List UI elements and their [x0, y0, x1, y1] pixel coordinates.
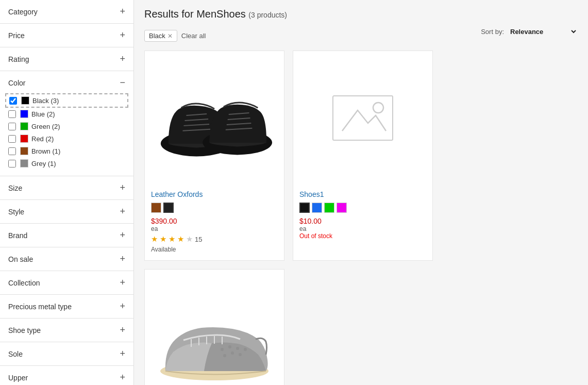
- product-swatch-2-blue[interactable]: [312, 203, 322, 213]
- color-checkbox-blue[interactable]: [8, 110, 16, 118]
- filter-color-header[interactable]: Color −: [8, 77, 125, 88]
- filter-rating-header[interactable]: Rating +: [8, 54, 125, 64]
- product-image-2: [293, 51, 432, 185]
- color-option-grey: Grey (1): [8, 157, 125, 170]
- color-checkbox-brown[interactable]: [8, 147, 16, 155]
- color-swatch-green: [20, 122, 28, 130]
- product-swatch-2-black[interactable]: [299, 203, 310, 213]
- filter-category-header[interactable]: Category +: [8, 6, 125, 17]
- filter-shoe-type: Shoe type +: [0, 319, 133, 342]
- active-filters-row: Black ✕ Clear all Sort by: Relevance Pri…: [144, 27, 578, 44]
- color-label-brown[interactable]: Brown (1): [31, 147, 60, 155]
- filter-upper-header[interactable]: Upper +: [8, 372, 125, 383]
- svg-point-13: [221, 348, 224, 351]
- remove-filter-black-icon[interactable]: ✕: [167, 32, 173, 40]
- color-checkbox-grey[interactable]: [8, 160, 16, 168]
- color-label-black[interactable]: Black (3): [32, 97, 59, 105]
- color-label-green[interactable]: Green (2): [31, 123, 60, 130]
- star-1-3: ★: [169, 235, 175, 244]
- filter-price-header[interactable]: Price +: [8, 30, 125, 41]
- product-info-2: Shoes1 $10.00 ea Out of stock: [293, 185, 432, 247]
- filter-brand-header[interactable]: Brand +: [8, 230, 125, 241]
- filter-on-sale-label: On sale: [8, 255, 33, 263]
- product-image-3: [145, 270, 284, 385]
- product-info-1: Leather Oxfords $390.00 ea ★ ★ ★ ★ ★ 15 …: [145, 185, 284, 260]
- filter-sole: Sole +: [0, 342, 133, 366]
- product-image-1: [145, 51, 284, 185]
- color-swatch-blue: [20, 110, 28, 118]
- star-1-2: ★: [160, 235, 166, 244]
- product-name-2[interactable]: Shoes1: [299, 190, 426, 198]
- active-filter-black[interactable]: Black ✕: [144, 30, 177, 42]
- product-card-1: Leather Oxfords $390.00 ea ★ ★ ★ ★ ★ 15 …: [144, 51, 284, 261]
- color-checkbox-green[interactable]: [8, 123, 16, 130]
- brand-expand-icon: +: [120, 230, 125, 241]
- product-swatches-1: [151, 203, 278, 213]
- size-expand-icon: +: [120, 182, 125, 193]
- main-content: Results for MenShoes (3 products) Black …: [134, 0, 588, 385]
- color-label-red[interactable]: Red (2): [31, 135, 54, 143]
- price-expand-icon: +: [120, 30, 125, 41]
- star-1-4: ★: [177, 235, 184, 244]
- product-swatch-2-green[interactable]: [324, 203, 334, 213]
- shoe-image-svg-3: [155, 288, 274, 385]
- product-card-2: Shoes1 $10.00 ea Out of stock: [293, 51, 433, 261]
- rating-expand-icon: +: [120, 54, 125, 64]
- svg-point-15: [236, 347, 239, 350]
- product-swatch-1-black[interactable]: [163, 203, 174, 213]
- filter-color-label: Color: [8, 79, 25, 87]
- filter-category-label: Category: [8, 8, 38, 16]
- placeholder-svg-2: [332, 95, 394, 141]
- product-count: (3 products): [248, 11, 287, 19]
- clear-all-button[interactable]: Clear all: [181, 32, 206, 40]
- color-checkbox-black[interactable]: [9, 97, 17, 105]
- star-1-1: ★: [151, 235, 158, 244]
- color-label-grey[interactable]: Grey (1): [31, 160, 56, 168]
- product-name-1[interactable]: Leather Oxfords: [151, 190, 278, 198]
- product-unit-1: ea: [151, 225, 278, 232]
- color-option-blue: Blue (2): [8, 108, 125, 120]
- shoe-image-svg-1: [153, 66, 276, 170]
- filter-precious-metal-header[interactable]: Precious metal type +: [8, 301, 125, 312]
- sidebar: Category + Price + Rating + Color − Blac…: [0, 0, 134, 385]
- product-swatch-1-brown[interactable]: [151, 203, 161, 213]
- filter-collection-header[interactable]: Collection +: [8, 277, 125, 288]
- filter-collection-label: Collection: [8, 279, 40, 287]
- svg-point-11: [373, 103, 383, 113]
- color-swatch-grey: [20, 159, 28, 168]
- filter-on-sale-header[interactable]: On sale +: [8, 254, 125, 264]
- filter-upper: Upper +: [0, 366, 133, 385]
- filter-sole-header[interactable]: Sole +: [8, 348, 125, 359]
- product-status-1: Available: [151, 246, 278, 253]
- product-rating-1: ★ ★ ★ ★ ★ 15: [151, 235, 278, 244]
- product-swatches-2: [299, 203, 426, 213]
- sort-select[interactable]: Relevance Price: Low to High Price: High…: [508, 27, 578, 36]
- svg-rect-10: [333, 96, 393, 140]
- filter-style-header[interactable]: Style +: [8, 206, 125, 217]
- color-collapse-icon: −: [120, 77, 125, 88]
- filter-color: Color − Black (3) Blue (2) Green (2): [0, 71, 133, 176]
- svg-point-18: [239, 353, 242, 356]
- filter-shoe-type-header[interactable]: Shoe type +: [8, 325, 125, 336]
- filter-size-label: Size: [8, 184, 22, 192]
- svg-point-16: [223, 354, 226, 357]
- filter-size: Size +: [0, 176, 133, 200]
- results-header: Results for MenShoes (3 products): [144, 8, 578, 20]
- filter-category: Category +: [0, 0, 133, 24]
- filter-size-header[interactable]: Size +: [8, 182, 125, 193]
- filter-brand: Brand +: [0, 224, 133, 247]
- filter-brand-label: Brand: [8, 231, 27, 240]
- shoe-type-expand-icon: +: [120, 325, 125, 336]
- filter-style-label: Style: [8, 208, 24, 216]
- filter-upper-label: Upper: [8, 374, 28, 382]
- svg-point-19: [244, 348, 247, 351]
- product-card-3: Running Shoe $60.00 $20.00 ea Available: [144, 269, 284, 385]
- sole-expand-icon: +: [120, 348, 125, 359]
- filter-rating-label: Rating: [8, 55, 29, 63]
- filter-sole-label: Sole: [8, 350, 23, 358]
- color-checkbox-red[interactable]: [8, 135, 16, 143]
- color-label-blue[interactable]: Blue (2): [31, 110, 55, 118]
- filter-on-sale: On sale +: [0, 247, 133, 271]
- product-swatch-2-magenta[interactable]: [337, 203, 347, 213]
- color-options-list: Black (3) Blue (2) Green (2) Red (2): [8, 93, 125, 170]
